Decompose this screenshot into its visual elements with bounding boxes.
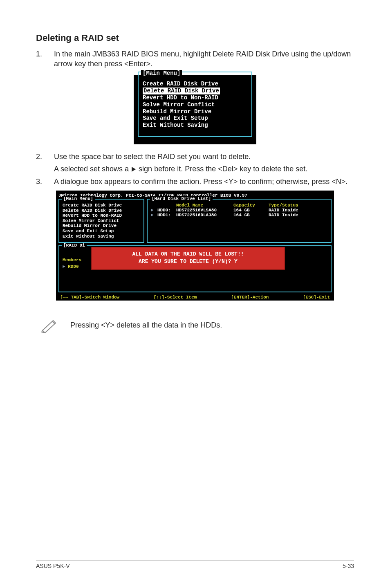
- footer-right: 5-33: [343, 563, 354, 569]
- panel-main-menu: [Main Menu] Create RAID Disk Drive Delet…: [58, 199, 144, 243]
- key-hint: [ENTER]-Action: [231, 295, 269, 300]
- menu-item: Solve Mirror Conflict: [143, 101, 247, 108]
- step-text: A dialogue box appears to confirm the ac…: [54, 177, 354, 186]
- panel-label: [Hard Disk Drive List]: [150, 196, 213, 201]
- menu-item: Delete RAID Disk Drive: [63, 208, 140, 213]
- bios-frame-title: [Main Menu]: [141, 70, 182, 76]
- menu-item: Create RAID Disk Drive: [143, 81, 247, 88]
- step-text: Use the space bar to select the RAID set…: [54, 153, 251, 161]
- menu-item: Solve Mirror Conflict: [63, 218, 140, 224]
- bios-main-menu-screenshot: [Main Menu] Create RAID Disk Drive Delet…: [134, 75, 256, 144]
- hdd-row: ► HDD1: HDS722516DLA380 164 GB RAID Insi…: [151, 213, 327, 218]
- step-1: 1. In the main JMB363 RAID BIOS menu, hi…: [36, 49, 354, 69]
- step-number: 3.: [36, 177, 54, 186]
- menu-item: Rebuild Mirror Drive: [143, 108, 247, 115]
- menu-item: Save and Exit Setup: [63, 229, 140, 234]
- bios-keybar: [←→ TAB]-Switch Window [↑↓]-Select Item …: [58, 295, 332, 300]
- section-heading: Deleting a RAID set: [36, 33, 354, 43]
- menu-item: Create RAID Disk Drive: [63, 203, 140, 208]
- col-type: Type/Status: [269, 203, 309, 208]
- step-number: 1.: [36, 49, 54, 69]
- hdd-type: RAID Inside: [269, 208, 309, 213]
- footer-left: ASUS P5K-V: [36, 563, 69, 569]
- marker-icon: ►: [151, 208, 157, 213]
- col-model: Model Name: [176, 203, 233, 208]
- col-capacity: Capacity: [233, 203, 269, 208]
- note-box: Pressing <Y> deletes all the data in the…: [39, 313, 334, 338]
- marker-icon: ►: [151, 213, 157, 218]
- step-list: 1. In the main JMB363 RAID BIOS menu, hi…: [36, 49, 354, 69]
- key-hint: [ESC]-Exit: [303, 295, 330, 300]
- hdd-id: HDD0:: [157, 208, 176, 213]
- dialog-line-2: ARE YOU SURE TO DELETE (Y/N)? Y: [94, 258, 282, 265]
- step-list: 2. Use the space bar to select the RAID …: [36, 152, 354, 186]
- step-2: 2. Use the space bar to select the RAID …: [36, 152, 354, 174]
- menu-item: Exit Without Saving: [63, 234, 140, 239]
- raid-entry: RDD0: [68, 264, 78, 269]
- hdd-capacity: 164 GB: [233, 208, 269, 213]
- confirm-dialog: ALL DATA ON THE RAID WILL BE LOST!! ARE …: [91, 247, 285, 270]
- menu-item: Save and Exit Setup: [143, 115, 247, 122]
- menu-item: Exit Without Saving: [143, 122, 247, 129]
- hdd-row: ► HDD0: HDS722516VLSA80 164 GB RAID Insi…: [151, 208, 327, 213]
- arrow-right-icon: [132, 167, 136, 172]
- page-footer: ASUS P5K-V 5-33: [36, 561, 354, 569]
- bios-delete-confirm-screenshot: JMicron Technology Corp. PCI-to-SATA II/…: [56, 191, 334, 301]
- step-number: 2.: [36, 152, 54, 174]
- hdd-model: HDS722516DLA380: [176, 213, 233, 218]
- hdd-id: HDD1:: [157, 213, 176, 218]
- hdd-capacity: 164 GB: [233, 213, 269, 218]
- key-hint: [←→ TAB]-Switch Window: [60, 295, 119, 300]
- panel-label: [Main Menu]: [62, 196, 95, 201]
- menu-item: Revert HDD to Non-RAID: [63, 213, 140, 218]
- marker-icon: ►: [63, 264, 65, 269]
- key-hint: [↑↓]-Select Item: [154, 295, 197, 300]
- step-subtext: A selected set shows a sign before it. P…: [54, 164, 354, 174]
- hdd-type: RAID Inside: [269, 213, 309, 218]
- pencil-icon: [41, 318, 58, 333]
- menu-item: Rebuild Mirror Drive: [63, 223, 140, 229]
- panel-label: [RAID Di: [62, 243, 87, 248]
- panel-hdd-list: [Hard Disk Drive List] Model Name Capaci…: [147, 199, 332, 243]
- note-text: Pressing <Y> deletes all the data in the…: [70, 321, 222, 330]
- step-text: In the main JMB363 RAID BIOS menu, highl…: [54, 49, 354, 69]
- step-3: 3. A dialogue box appears to confirm the…: [36, 177, 354, 186]
- hdd-model: HDS722516VLSA80: [176, 208, 233, 213]
- menu-item: Revert HDD to Non-RAID: [143, 94, 247, 101]
- dialog-line-1: ALL DATA ON THE RAID WILL BE LOST!!: [94, 251, 282, 258]
- menu-item-selected: Delete RAID Disk Drive: [143, 88, 220, 94]
